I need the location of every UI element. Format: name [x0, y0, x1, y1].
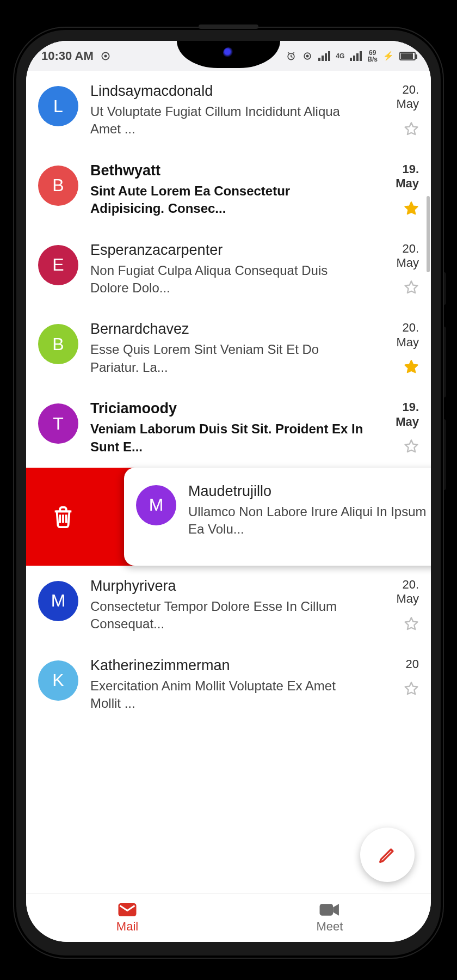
net-speed: 69B/s [367, 50, 378, 63]
email-preview: Consectetur Tempor Dolore Esse In Cillum… [90, 598, 363, 633]
sender-name: Maudetrujillo [188, 483, 431, 500]
email-item[interactable]: K Katherinezimmerman Exercitation Anim M… [26, 645, 431, 725]
battery-icon [399, 52, 416, 60]
scrollbar[interactable] [427, 196, 430, 272]
star-icon[interactable] [404, 121, 419, 137]
email-preview: Non Fugiat Culpa Aliqua Consequat Duis D… [90, 262, 363, 297]
avatar[interactable]: B [38, 166, 78, 206]
avatar[interactable]: M [136, 485, 176, 525]
avatar[interactable]: B [38, 324, 78, 364]
nav-meet-label: Meet [317, 920, 343, 934]
bottom-nav: Mail Meet [26, 893, 431, 942]
trash-icon[interactable] [51, 504, 76, 529]
email-preview: Exercitation Anim Mollit Voluptate Ex Am… [90, 677, 363, 713]
sender-name: Lindsaymacdonald [90, 83, 363, 100]
email-item[interactable]: E Esperanzacarpenter Non Fugiat Culpa Al… [26, 230, 431, 309]
email-preview: Ut Voluptate Fugiat Cillum Incididunt Al… [90, 103, 363, 138]
star-icon[interactable] [404, 201, 419, 216]
email-item[interactable]: M Murphyrivera Consectetur Tempor Dolore… [26, 566, 431, 645]
video-icon [319, 902, 341, 917]
svg-point-3 [306, 54, 309, 57]
email-list[interactable]: L Lindsaymacdonald Ut Voluptate Fugiat C… [26, 71, 431, 893]
signal-bars-icon [350, 51, 362, 61]
swipe-delete-row[interactable]: M Maudetrujillo Ullamco Non Labore Irure… [26, 468, 431, 566]
email-preview: Veniam Laborum Duis Sit Sit. Proident Ex… [90, 420, 363, 456]
star-icon[interactable] [404, 359, 419, 375]
email-item[interactable]: L Lindsaymacdonald Ut Voluptate Fugiat C… [26, 71, 431, 150]
email-preview: Ullamco Non Labore Irure Aliqui In Ipsum… [188, 503, 431, 538]
pencil-icon [376, 844, 398, 866]
sender-name: Murphyrivera [90, 578, 363, 595]
mail-icon [118, 902, 137, 917]
avatar[interactable]: T [38, 403, 78, 444]
star-icon[interactable] [404, 681, 419, 696]
star-icon[interactable] [404, 616, 419, 632]
email-item[interactable]: T Triciamoody Veniam Laborum Duis Sit Si… [26, 388, 431, 468]
star-icon[interactable] [404, 280, 419, 295]
avatar[interactable]: M [38, 581, 78, 621]
alarm-icon [286, 51, 297, 62]
status-time: 10:30 AM [41, 49, 94, 63]
star-icon[interactable] [404, 439, 419, 454]
svg-point-1 [104, 54, 107, 57]
email-item[interactable]: B Bernardchavez Esse Quis Lorem Sint Ven… [26, 309, 431, 388]
sender-name: Katherinezimmerman [90, 657, 363, 674]
hotspot-icon [302, 51, 313, 62]
nav-meet[interactable]: Meet [228, 893, 431, 942]
email-item[interactable]: B Bethwyatt Sint Aute Lorem Ea Consectet… [26, 150, 431, 230]
charging-icon: ⚡ [383, 51, 394, 61]
signal-bars-icon [318, 51, 330, 61]
sender-name: Bernardchavez [90, 321, 363, 338]
compose-button[interactable] [360, 828, 415, 882]
nav-mail[interactable]: Mail [26, 893, 228, 942]
email-item-swiped[interactable]: M Maudetrujillo Ullamco Non Labore Irure… [124, 468, 431, 566]
sender-name: Esperanzacarpenter [90, 242, 363, 259]
avatar[interactable]: E [38, 245, 78, 285]
network-type: 4G [336, 53, 344, 59]
email-preview: Esse Quis Lorem Sint Veniam Sit Et Do Pa… [90, 341, 363, 376]
avatar[interactable]: K [38, 660, 78, 701]
sender-name: Bethwyatt [90, 162, 363, 179]
email-preview: Sint Aute Lorem Ea Consectetur Adipisici… [90, 182, 363, 218]
avatar[interactable]: L [38, 86, 78, 126]
location-icon [100, 51, 111, 62]
svg-rect-6 [320, 904, 334, 916]
nav-mail-label: Mail [116, 920, 138, 934]
sender-name: Triciamoody [90, 400, 363, 417]
